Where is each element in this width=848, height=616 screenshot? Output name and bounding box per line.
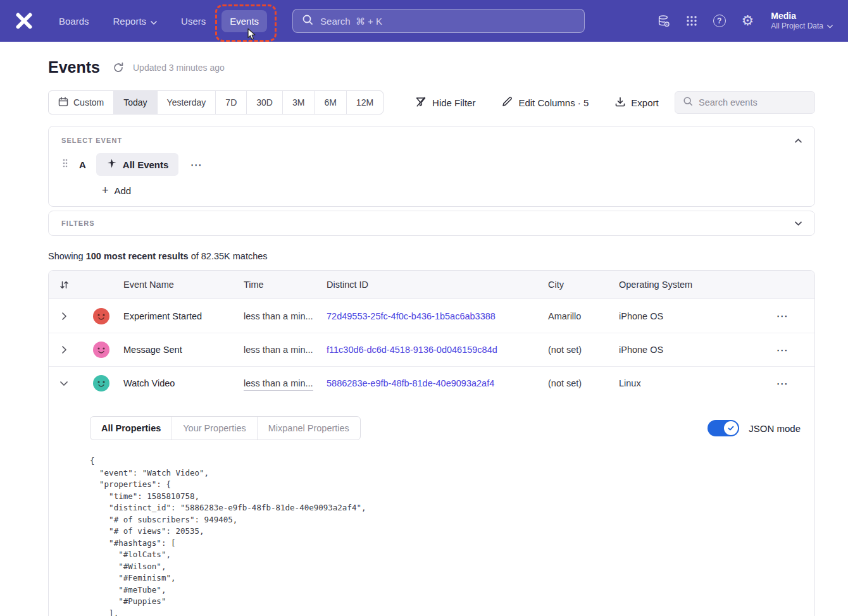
help-icon[interactable]: ? xyxy=(713,15,726,27)
search-events-input[interactable] xyxy=(699,97,817,108)
nav-item-reports[interactable]: Reports xyxy=(105,10,166,32)
primary-nav: Boards Reports Users Events xyxy=(51,10,267,32)
calendar-icon xyxy=(58,97,68,109)
apps-grid-icon[interactable] xyxy=(686,15,697,27)
cell-event-name: Watch Video xyxy=(123,378,244,388)
toggle-knob xyxy=(724,421,738,435)
expand-chevron-down-icon[interactable] xyxy=(795,221,802,226)
gear-icon[interactable]: ⚙ xyxy=(742,14,754,28)
date-range-7d[interactable]: 7D xyxy=(215,91,246,114)
cell-time: less than a min... xyxy=(244,378,313,391)
cell-distinct-id-link[interactable]: 5886283e-e9fb-48fb-81de-40e9093a2af4 xyxy=(327,378,548,388)
results-count: 100 most recent results xyxy=(86,251,189,261)
table-row[interactable]: Experiment Started less than a min... 72… xyxy=(49,299,814,333)
select-event-panel: SELECT EVENT A All Events ⋯ + Add xyxy=(48,126,815,207)
sort-icon[interactable] xyxy=(49,280,79,290)
cell-event-name: Experiment Started xyxy=(123,311,244,321)
table-row[interactable]: Message Sent less than a min... f11c30d6… xyxy=(49,333,814,366)
date-range-6m[interactable]: 6M xyxy=(314,91,346,114)
row-more-button[interactable]: ⋯ xyxy=(776,309,789,323)
search-events-field[interactable] xyxy=(675,91,815,114)
column-event-name[interactable]: Event Name xyxy=(123,280,244,290)
cell-distinct-id-link[interactable]: 72d49553-25fc-4f0c-b436-1b5ac6ab3388 xyxy=(327,311,548,321)
tab-all-properties[interactable]: All Properties xyxy=(90,417,171,440)
table-header-row: Event Name Time Distinct ID City Operati… xyxy=(49,271,814,299)
table-row-expanded[interactable]: Watch Video less than a min... 5886283e-… xyxy=(49,366,814,400)
search-icon xyxy=(683,96,693,109)
filters-panel: FILTERS xyxy=(48,211,815,236)
user-avatar[interactable] xyxy=(93,375,109,391)
nav-item-boards[interactable]: Boards xyxy=(51,10,97,32)
refresh-icon[interactable] xyxy=(113,62,124,73)
project-switcher[interactable]: Media All Project Data xyxy=(771,10,833,32)
cell-time: less than a min... xyxy=(244,311,327,321)
cell-city: Amarillo xyxy=(548,311,619,321)
column-city[interactable]: City xyxy=(548,280,619,290)
global-search[interactable] xyxy=(292,9,585,33)
page-title: Events xyxy=(48,58,100,77)
collapse-chevron-up-icon[interactable] xyxy=(795,139,802,143)
events-table: Event Name Time Distinct ID City Operati… xyxy=(48,270,815,616)
hide-filter-label: Hide Filter xyxy=(432,97,475,108)
cell-city: (not set) xyxy=(548,345,619,355)
add-event-label: Add xyxy=(115,185,132,196)
date-custom-label: Custom xyxy=(73,97,104,108)
date-range-custom[interactable]: Custom xyxy=(49,91,113,114)
date-range-yesterday[interactable]: Yesterday xyxy=(157,91,216,114)
event-query-row: A All Events ⋯ xyxy=(49,148,814,176)
add-event-button[interactable]: + Add xyxy=(102,185,131,196)
all-events-chip-label: All Events xyxy=(123,159,169,170)
row-more-button[interactable]: ⋯ xyxy=(776,343,789,357)
nav-item-users[interactable]: Users xyxy=(173,10,214,32)
hide-filter-button[interactable]: Hide Filter xyxy=(415,96,475,109)
pencil-icon xyxy=(502,96,513,109)
user-avatar[interactable] xyxy=(93,342,109,358)
date-range-12m[interactable]: 12M xyxy=(346,91,383,114)
cell-distinct-id-link[interactable]: f11c30d6-dc6d-4518-9136-0d046159c84d xyxy=(327,345,548,355)
cell-city: (not set) xyxy=(548,378,619,388)
top-navbar: Boards Reports Users Events ? ⚙ Media Al… xyxy=(0,0,848,42)
date-range-today[interactable]: Today xyxy=(113,91,156,114)
global-search-input[interactable] xyxy=(320,16,575,27)
drag-handle-icon[interactable] xyxy=(63,159,68,170)
date-range-3m[interactable]: 3M xyxy=(282,91,314,114)
plus-icon: + xyxy=(102,185,109,196)
user-avatar[interactable] xyxy=(93,308,109,324)
collapse-row-chevron-down-icon[interactable] xyxy=(49,381,79,386)
search-icon xyxy=(302,14,313,28)
download-icon xyxy=(615,97,625,109)
project-scope-label: All Project Data xyxy=(771,22,823,32)
chevron-down-icon xyxy=(827,22,833,32)
tab-mixpanel-properties[interactable]: Mixpanel Properties xyxy=(257,417,360,440)
filter-icon xyxy=(415,96,427,109)
all-events-chip[interactable]: All Events xyxy=(96,153,179,176)
column-distinct-id[interactable]: Distinct ID xyxy=(327,280,548,290)
edit-columns-button[interactable]: Edit Columns · 5 xyxy=(502,96,589,109)
data-management-icon[interactable] xyxy=(657,15,670,28)
project-name: Media xyxy=(771,10,833,22)
results-suffix: of 82.35K matches xyxy=(189,251,268,261)
mixpanel-logo[interactable] xyxy=(15,13,34,29)
column-time[interactable]: Time xyxy=(244,280,327,290)
date-range-group: Custom Today Yesterday 7D 30D 3M 6M 12M xyxy=(48,90,383,114)
event-detail-panel: All Properties Your Properties Mixpanel … xyxy=(49,400,814,616)
help-glyph: ? xyxy=(713,15,726,27)
column-operating-system[interactable]: Operating System xyxy=(619,280,750,290)
expand-row-chevron-right-icon[interactable] xyxy=(49,346,79,354)
date-range-30d[interactable]: 30D xyxy=(246,91,282,114)
event-more-button[interactable]: ⋯ xyxy=(185,156,207,173)
nav-item-events[interactable]: Events xyxy=(221,10,267,32)
toolbar: Custom Today Yesterday 7D 30D 3M 6M 12M … xyxy=(48,90,815,114)
tab-your-properties[interactable]: Your Properties xyxy=(171,417,256,440)
json-mode-toggle[interactable] xyxy=(708,420,739,436)
cell-time: less than a min... xyxy=(244,345,327,355)
results-prefix: Showing xyxy=(48,251,86,261)
json-view: { "event": "Watch Video", "properties": … xyxy=(90,455,801,616)
expand-row-chevron-right-icon[interactable] xyxy=(49,312,79,320)
cell-os: Linux xyxy=(619,378,750,388)
export-button[interactable]: Export xyxy=(615,97,658,109)
row-more-button[interactable]: ⋯ xyxy=(776,376,789,391)
cell-event-name: Message Sent xyxy=(123,345,244,355)
event-row-letter: A xyxy=(79,159,86,170)
event-sparkle-icon xyxy=(106,158,117,171)
